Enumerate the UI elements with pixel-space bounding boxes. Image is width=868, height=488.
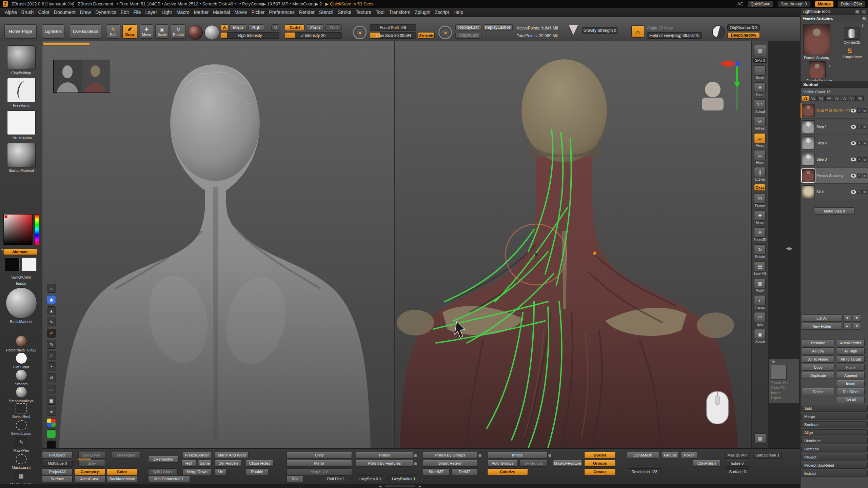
- tool-panel-header[interactable]: Lightbox▶Tools ⊞≡: [801, 8, 868, 15]
- shelf-item-line-fill[interactable]: ▤Line Fill: [754, 261, 766, 276]
- geo-sdiv-17[interactable]: SDiv: [78, 460, 105, 467]
- geo-smart-resym-24[interactable]: Smart ReSym: [423, 460, 478, 467]
- geo-resolution-128-43[interactable]: Resolution 128: [627, 468, 662, 475]
- geo-maskbyfeature-27[interactable]: MaskByFeature: [553, 460, 582, 467]
- import-button[interactable]: Import: [0, 281, 42, 285]
- pencil-icon[interactable]: ✎: [47, 340, 56, 349]
- alternate-button[interactable]: Alternate: [3, 249, 37, 255]
- rotate-button[interactable]: ↻Rotate: [171, 24, 186, 39]
- geo-crease-42[interactable]: Crease: [584, 468, 616, 475]
- geo-border-10[interactable]: Border: [584, 452, 616, 459]
- grid-icon[interactable]: ▦: [754, 433, 766, 444]
- geo-surface-0-44[interactable]: Surface 0: [725, 468, 750, 475]
- subtool-row-step-1[interactable]: Step 1✎▤: [801, 119, 868, 135]
- material-slot-smooth[interactable]: Smooth: [0, 369, 42, 386]
- button-all-to-home[interactable]: All To Home: [802, 355, 834, 363]
- texture-export[interactable]: Export: [771, 396, 797, 400]
- shelf-item-persp[interactable]: ▱Persp: [754, 133, 766, 147]
- mask-icon[interactable]: ▤: [863, 174, 867, 178]
- geo-lazyradius-1-52[interactable]: LazyRadius 1: [388, 475, 419, 482]
- menu-item-edit[interactable]: Edit: [121, 9, 129, 15]
- section-remesh[interactable]: Remesh: [801, 446, 868, 452]
- draw-button[interactable]: ✐Draw: [122, 24, 137, 39]
- color-picker[interactable]: [3, 214, 39, 247]
- menu-item-draw[interactable]: Draw: [80, 9, 91, 15]
- geo-storemt-39[interactable]: StoreMT: [423, 468, 449, 475]
- mask-icon[interactable]: ▤: [863, 108, 867, 113]
- rgb-intensity-slider[interactable]: Rgb Intensity: [221, 32, 279, 39]
- geo-uv-36[interactable]: Uv: [215, 468, 226, 475]
- material-slot-selectrect[interactable]: SelectRect: [0, 403, 42, 419]
- dot-icon[interactable]: •: [47, 362, 56, 371]
- folder-prev-icon[interactable]: ▸: [843, 323, 851, 330]
- section-merge[interactable]: Merge: [801, 413, 868, 420]
- button-delete[interactable]: Delete: [802, 388, 834, 395]
- list-down-icon[interactable]: ▾: [853, 314, 861, 322]
- shelf-item-zoom3d[interactable]: ⊕Zoom3D: [753, 227, 766, 242]
- geo-del-hidden-20[interactable]: Del Hidden: [215, 460, 241, 467]
- texture-texture-on[interactable]: Texture On: [771, 381, 797, 385]
- menu-item-zscript[interactable]: Zscript: [435, 9, 449, 15]
- menu-item-texture[interactable]: Texture: [356, 9, 371, 15]
- gravity-icon[interactable]: [569, 25, 578, 35]
- section-distribute[interactable]: Distribute: [801, 438, 868, 444]
- focal-shift-icon[interactable]: [353, 26, 367, 39]
- simplebrush-icon[interactable]: S: [847, 47, 852, 55]
- brush-slot-freehand[interactable]: FreeHand: [0, 78, 42, 107]
- geo-polish-7[interactable]: Polish: [356, 452, 413, 459]
- mask-icon[interactable]: ▤: [863, 141, 867, 145]
- replay-last-button[interactable]: ReplayLast: [455, 24, 481, 31]
- shelf-item-l-sym[interactable]: ∥L.Sym: [754, 167, 766, 181]
- paint-icon[interactable]: ✎: [857, 141, 862, 145]
- shelf-item-zoom[interactable]: ⊕Zoom: [754, 82, 766, 97]
- mask-icon[interactable]: ▤: [863, 190, 867, 194]
- draw-size-slider[interactable]: Draw Size 20.00594: [370, 32, 416, 39]
- menu-item-transform[interactable]: Transform: [389, 9, 410, 15]
- geo-delmt-40[interactable]: DelMT: [451, 468, 478, 475]
- geo-uv-groups-26[interactable]: Uv Groups: [519, 460, 548, 467]
- shelf-item-rotate[interactable]: ↻Rotate: [754, 244, 766, 259]
- mask-icon[interactable]: ▤: [863, 125, 867, 129]
- deep-shadow-button[interactable]: DeepShadow: [727, 32, 760, 39]
- current-material-sphere[interactable]: [188, 25, 203, 40]
- geo-zremesher-3[interactable]: ZRemesher: [148, 456, 179, 463]
- paint-icon[interactable]: ✎: [857, 174, 862, 178]
- make-step-button[interactable]: Make Step 0: [814, 207, 855, 215]
- geo-mirror-22[interactable]: Mirror: [287, 460, 352, 467]
- geo-midvalue-0-16[interactable]: MidValue 0: [42, 460, 73, 467]
- geo-colorize-41[interactable]: Colorize: [487, 468, 528, 475]
- marker-icon[interactable]: ✐: [47, 329, 56, 338]
- visibility-icon[interactable]: [851, 125, 856, 129]
- visibility-icon[interactable]: [851, 174, 856, 178]
- scroll-right-icon[interactable]: ▶: [419, 485, 421, 488]
- button-rename[interactable]: Rename: [802, 339, 834, 346]
- replay-icon[interactable]: [438, 26, 452, 39]
- menu-item-macro[interactable]: Macro: [176, 9, 190, 15]
- menu-item-stroke[interactable]: Stroke: [338, 9, 351, 15]
- button-append[interactable]: Append: [837, 372, 865, 379]
- button-all-to-target[interactable]: All To Target: [837, 355, 865, 363]
- see-through-slider[interactable]: See-through 0: [777, 1, 811, 7]
- menu-item-brush[interactable]: Brush: [21, 9, 34, 15]
- active-tool-thumb[interactable]: [803, 24, 830, 55]
- panel-grid-icon[interactable]: ⊞: [855, 9, 860, 14]
- new-folder-button[interactable]: New Folder: [802, 323, 842, 330]
- menu-item-render[interactable]: Render: [299, 9, 315, 15]
- geo-projectall-31[interactable]: ProjectAll: [42, 468, 73, 475]
- default-zscript-button[interactable]: DefaultZScr: [838, 1, 865, 7]
- geo-max-25-min-14[interactable]: Max 25 Min: [725, 452, 750, 459]
- light-icon[interactable]: ☼: [47, 284, 56, 293]
- tab-v6[interactable]: V6: [841, 96, 848, 101]
- menu-item-light[interactable]: Light: [162, 9, 172, 15]
- section-project[interactable]: Project: [801, 454, 868, 461]
- section-align[interactable]: Align: [801, 429, 868, 436]
- tab-v1[interactable]: V1: [802, 96, 809, 101]
- material-slot-smoothvalleys[interactable]: SmoothValleys: [0, 386, 42, 403]
- geo-auto-groups-25[interactable]: Auto Groups: [487, 460, 518, 467]
- menu-item-color[interactable]: Color: [38, 9, 49, 15]
- texture-clone-txtr[interactable]: Clone Txtr: [771, 386, 797, 390]
- bottom-scrollbar[interactable]: ◀ ▶: [0, 484, 800, 488]
- geo-fillobject-0[interactable]: FillObject: [42, 452, 73, 459]
- geo-freezeborder-4[interactable]: FreezeBorder: [183, 452, 211, 459]
- list-up-icon[interactable]: ▾: [843, 314, 851, 322]
